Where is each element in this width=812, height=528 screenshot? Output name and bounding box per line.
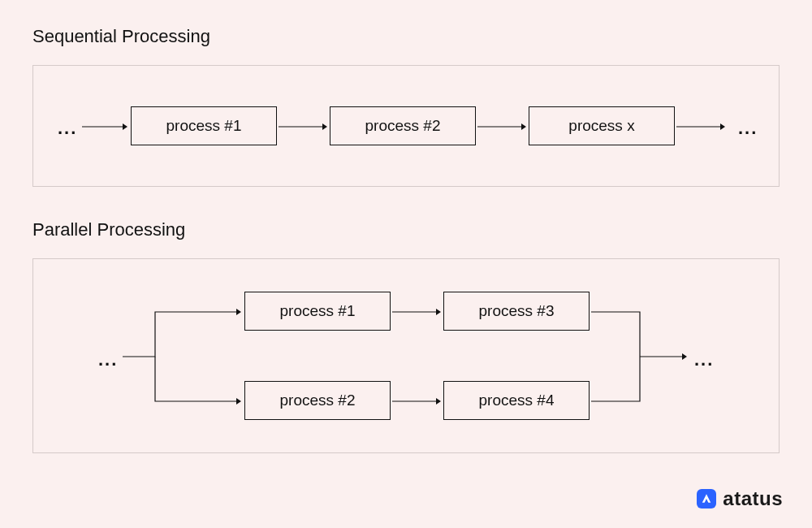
process-box: process #2 [244,381,391,420]
join-bracket-icon [591,296,697,418]
svg-marker-1 [123,123,127,130]
process-label: process #1 [166,117,242,135]
arrow-icon [82,123,127,131]
process-box: process #4 [443,381,590,420]
svg-marker-8 [236,309,241,315]
parallel-panel: ... process #1 process #3 process #2 pro… [32,258,780,453]
sequential-panel: ... process #1 process #2 process x ... [32,65,780,187]
sequential-title: Sequential Processing [32,26,210,47]
process-label: process #1 [280,302,356,320]
brand-logo-icon [697,489,716,509]
parallel-trailing-ellipsis: ... [694,351,714,369]
process-label: process #2 [280,392,356,409]
arrow-icon [392,308,441,316]
svg-marker-5 [521,123,526,130]
arrow-icon [676,123,725,131]
process-box: process #3 [443,292,590,331]
svg-marker-7 [720,123,725,130]
sequential-leading-ellipsis: ... [58,119,77,137]
process-label: process x [568,117,634,135]
svg-marker-11 [436,309,441,315]
svg-marker-13 [436,398,441,405]
process-label: process #3 [479,302,555,320]
svg-marker-9 [236,398,241,405]
arrow-icon [477,123,526,131]
process-box: process x [529,106,675,145]
arrow-icon [392,397,441,405]
brand-name: atatus [723,487,783,510]
sequential-trailing-ellipsis: ... [738,119,758,137]
process-label: process #4 [479,392,555,409]
svg-marker-3 [322,123,327,130]
parallel-title: Parallel Processing [32,219,185,240]
fork-bracket-icon [123,296,244,418]
process-box: process #1 [131,106,277,145]
brand: atatus [697,487,783,510]
process-label: process #2 [365,117,441,135]
svg-marker-15 [682,353,687,360]
process-box: process #1 [244,292,391,331]
arrow-icon [279,123,327,131]
process-box: process #2 [330,106,476,145]
parallel-leading-ellipsis: ... [98,351,118,369]
